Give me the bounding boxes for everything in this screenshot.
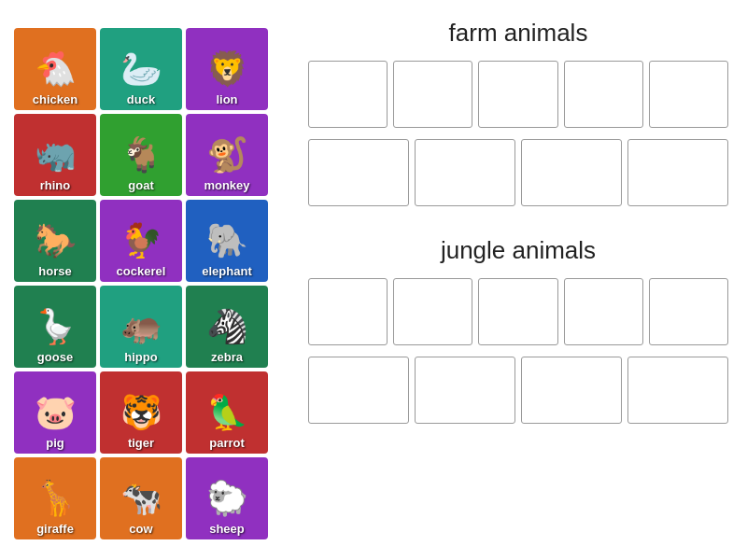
animal-card-duck[interactable]: 🦢duck: [100, 28, 182, 110]
monkey-label: monkey: [204, 178, 249, 192]
drop-zone[interactable]: [564, 61, 643, 128]
drop-zone[interactable]: [415, 357, 515, 424]
jungle-animals-title: jungle animals: [308, 236, 728, 265]
animal-card-zebra[interactable]: 🦓zebra: [186, 286, 268, 368]
pig-label: pig: [46, 436, 64, 450]
drop-zone[interactable]: [627, 357, 728, 424]
animal-card-monkey[interactable]: 🐒monkey: [186, 114, 268, 196]
horse-label: horse: [38, 264, 71, 278]
animal-card-pig[interactable]: 🐷pig: [14, 371, 96, 454]
drop-zone[interactable]: [649, 278, 728, 345]
animal-card-rhino[interactable]: 🦏rhino: [14, 114, 96, 196]
animal-card-giraffe[interactable]: 🦒giraffe: [14, 457, 96, 539]
animal-card-tiger[interactable]: 🐯tiger: [100, 371, 182, 454]
animal-card-hippo[interactable]: 🦛hippo: [100, 286, 182, 368]
farm-drop-row-1: [308, 61, 728, 128]
animal-card-parrot[interactable]: 🦜parrot: [186, 371, 268, 454]
drop-zone[interactable]: [521, 357, 622, 424]
cow-label: cow: [129, 522, 152, 536]
jungle-drop-row-2: [308, 357, 728, 424]
right-panel: farm animals jungle animals: [289, 0, 747, 560]
drop-zone[interactable]: [478, 61, 557, 128]
parrot-label: parrot: [209, 436, 245, 450]
animals-panel: 🐔chicken🦢duck🦁lion🦏rhino🐐goat🐒monkey🐎hor…: [0, 0, 289, 560]
farm-animals-title: farm animals: [308, 19, 728, 48]
drop-zone[interactable]: [478, 278, 557, 345]
goat-label: goat: [128, 178, 153, 192]
drop-zone[interactable]: [308, 357, 409, 424]
cockerel-label: cockerel: [117, 264, 166, 278]
animal-card-sheep[interactable]: 🐑sheep: [186, 457, 268, 539]
duck-label: duck: [127, 92, 155, 106]
farm-drop-row-2: [308, 139, 728, 206]
drop-zone[interactable]: [393, 278, 472, 345]
animal-card-elephant[interactable]: 🐘elephant: [186, 200, 268, 282]
animal-card-cockerel[interactable]: 🐓cockerel: [100, 200, 182, 282]
hippo-label: hippo: [124, 350, 157, 364]
animal-card-goose[interactable]: 🪿goose: [14, 286, 96, 368]
drop-zone[interactable]: [308, 278, 388, 345]
zebra-label: zebra: [211, 350, 243, 364]
drop-zone[interactable]: [415, 139, 515, 206]
drop-zone[interactable]: [393, 61, 472, 128]
goose-label: goose: [37, 350, 73, 364]
animals-grid: 🐔chicken🦢duck🦁lion🦏rhino🐐goat🐒monkey🐎hor…: [14, 28, 275, 539]
drop-zone[interactable]: [308, 139, 409, 206]
jungle-drop-row-1: [308, 278, 728, 345]
lion-label: lion: [216, 92, 237, 106]
animal-card-horse[interactable]: 🐎horse: [14, 200, 96, 282]
elephant-label: elephant: [202, 264, 251, 278]
drop-zone[interactable]: [521, 139, 622, 206]
animal-card-lion[interactable]: 🦁lion: [186, 28, 268, 110]
giraffe-label: giraffe: [36, 522, 74, 536]
drop-zone[interactable]: [627, 139, 728, 206]
chicken-label: chicken: [33, 92, 78, 106]
sheep-label: sheep: [209, 522, 245, 536]
animal-card-cow[interactable]: 🐄cow: [100, 457, 182, 539]
drop-zone[interactable]: [564, 278, 643, 345]
animal-card-chicken[interactable]: 🐔chicken: [14, 28, 96, 110]
animal-card-goat[interactable]: 🐐goat: [100, 114, 182, 196]
drop-zone[interactable]: [649, 61, 728, 128]
drop-zone[interactable]: [308, 61, 388, 128]
tiger-label: tiger: [128, 436, 154, 450]
rhino-label: rhino: [40, 178, 71, 192]
